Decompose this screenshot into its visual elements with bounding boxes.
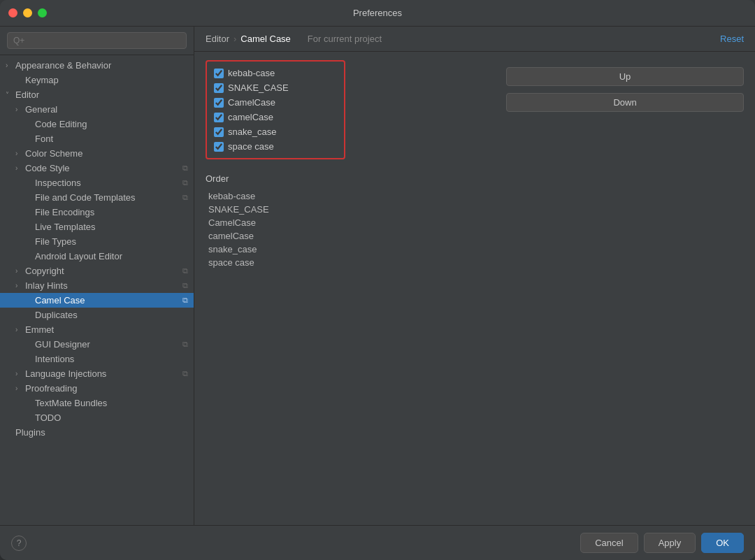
checkbox-kebab-case[interactable]	[214, 69, 224, 78]
main-content: › Appearance & Behavior Keymap ˅ Editor …	[0, 27, 755, 525]
sidebar-item-camel-case[interactable]: Camel Case ⧉	[0, 293, 194, 308]
checkbox-camel-case-upper[interactable]	[214, 98, 224, 108]
sidebar-item-label: TODO	[35, 412, 61, 423]
sidebar-item-proofreading[interactable]: › Proofreading	[0, 381, 194, 396]
chevron-icon: ›	[15, 150, 25, 157]
sidebar-item-label: Camel Case	[35, 295, 85, 306]
sidebar-item-editor[interactable]: ˅ Editor	[0, 87, 194, 102]
order-item: SNAKE_CASE	[206, 203, 345, 216]
sidebar-item-label: Android Layout Editor	[35, 251, 122, 261]
sidebar-item-label: GUI Designer	[35, 339, 90, 350]
checkbox-item-kebab-case: kebab-case	[211, 66, 340, 80]
order-item: space case	[206, 256, 345, 269]
sidebar-item-label: Language Injections	[25, 368, 106, 379]
sidebar-item-label: Code Editing	[35, 119, 87, 129]
for-project-label: For current project	[308, 34, 382, 44]
order-item: snake_case	[206, 243, 345, 256]
sidebar-item-intentions[interactable]: Intentions	[0, 352, 194, 366]
panel-body: kebab-case SNAKE_CASE CamelCase cam	[194, 52, 755, 525]
copy-icon: ⧉	[182, 281, 188, 290]
sidebar-item-font[interactable]: Font	[0, 131, 194, 146]
sidebar-item-keymap[interactable]: Keymap	[0, 73, 194, 87]
sidebar-item-label: Inspections	[35, 178, 81, 188]
chevron-icon: ˅	[6, 91, 15, 99]
sidebar-item-label: Duplicates	[35, 310, 78, 320]
up-button[interactable]: Up	[506, 67, 744, 86]
sidebar-item-gui-designer[interactable]: GUI Designer ⧉	[0, 337, 194, 352]
sidebar-item-language-injections[interactable]: › Language Injections ⧉	[0, 366, 194, 381]
sidebar-item-code-style[interactable]: › Code Style ⧉	[0, 161, 194, 175]
apply-button[interactable]: Apply	[644, 533, 696, 553]
checkbox-snake-case-lower[interactable]	[214, 127, 224, 137]
search-input[interactable]	[7, 32, 187, 49]
chevron-icon: ›	[15, 370, 25, 378]
cancel-button[interactable]: Cancel	[580, 533, 638, 553]
chevron-icon: ›	[15, 326, 25, 333]
checkbox-space-case[interactable]	[214, 142, 224, 152]
chevron-icon: ›	[15, 106, 25, 113]
sidebar-item-label: Appearance & Behavior	[15, 60, 111, 71]
sidebar-item-label: Inlay Hints	[25, 280, 68, 291]
titlebar: Preferences	[0, 0, 755, 27]
down-button[interactable]: Down	[506, 93, 744, 112]
help-button[interactable]: ?	[11, 536, 27, 551]
copy-icon: ⧉	[182, 193, 188, 202]
order-item: camelCase	[206, 229, 345, 243]
checkbox-label: SNAKE_CASE	[228, 82, 289, 93]
order-buttons: Up Down	[506, 60, 744, 112]
help-label: ?	[17, 538, 22, 548]
copy-icon: ⧉	[182, 164, 188, 173]
sidebar-item-label: Keymap	[25, 75, 59, 85]
sidebar-item-appearance[interactable]: › Appearance & Behavior	[0, 58, 194, 73]
sidebar-item-label: Copyright	[25, 266, 64, 276]
window-title: Preferences	[353, 8, 402, 18]
close-button[interactable]	[8, 8, 17, 17]
chevron-icon: ›	[15, 282, 25, 289]
preferences-window: Preferences › Appearance & Behavior Keym…	[0, 0, 755, 560]
order-section: Order kebab-case SNAKE_CASE CamelCase ca…	[206, 173, 345, 269]
sidebar-item-textmate-bundles[interactable]: TextMate Bundles	[0, 396, 194, 410]
checkbox-label: snake_case	[228, 127, 276, 137]
checkbox-item-space-case: space case	[211, 139, 340, 154]
sidebar-item-file-encodings[interactable]: File Encodings	[0, 205, 194, 220]
checkbox-snake-case-upper[interactable]	[214, 83, 224, 93]
checkbox-item-snake-case-lower: snake_case	[211, 124, 340, 139]
sidebar-item-inspections[interactable]: Inspections ⧉	[0, 175, 194, 190]
sidebar-item-label: Live Templates	[35, 222, 95, 232]
ok-button[interactable]: OK	[701, 533, 744, 553]
sidebar-item-inlay-hints[interactable]: › Inlay Hints ⧉	[0, 278, 194, 293]
sidebar-item-todo[interactable]: TODO	[0, 410, 194, 425]
sidebar-item-label: File Types	[35, 236, 76, 247]
checkbox-group: kebab-case SNAKE_CASE CamelCase cam	[206, 60, 345, 159]
breadcrumb-current: Camel Case	[240, 34, 291, 44]
sidebar-item-label: Color Scheme	[25, 148, 82, 159]
breadcrumb-separator: ›	[233, 34, 236, 44]
sidebar-item-live-templates[interactable]: Live Templates	[0, 220, 194, 234]
maximize-button[interactable]	[38, 8, 47, 17]
sidebar-item-file-types[interactable]: File Types	[0, 234, 194, 249]
sidebar-item-general[interactable]: › General	[0, 102, 194, 117]
sidebar-item-duplicates[interactable]: Duplicates	[0, 308, 194, 322]
chevron-icon: ›	[6, 62, 15, 69]
sidebar-item-label: Font	[35, 134, 53, 144]
sidebar-item-copyright[interactable]: › Copyright ⧉	[0, 264, 194, 278]
order-label: Order	[206, 173, 345, 184]
sidebar-item-label: Code Style	[25, 163, 70, 173]
minimize-button[interactable]	[23, 8, 32, 17]
sidebar-item-color-scheme[interactable]: › Color Scheme	[0, 146, 194, 161]
sidebar-item-emmet[interactable]: › Emmet	[0, 322, 194, 337]
sidebar-item-file-code-templates[interactable]: File and Code Templates ⧉	[0, 190, 194, 205]
checkbox-camel-case-lower[interactable]	[214, 113, 224, 122]
sidebar-item-label: TextMate Bundles	[35, 398, 107, 408]
breadcrumb: Editor › Camel Case	[206, 34, 291, 44]
sidebar-item-plugins[interactable]: Plugins	[0, 425, 194, 440]
sidebar-item-label: Proofreading	[25, 383, 77, 394]
sidebar-item-label: Editor	[15, 89, 39, 100]
sidebar-item-android-layout-editor[interactable]: Android Layout Editor	[0, 249, 194, 264]
sidebar-item-code-editing[interactable]: Code Editing	[0, 117, 194, 131]
sidebar-item-label: File and Code Templates	[35, 192, 136, 203]
copy-icon: ⧉	[182, 266, 188, 275]
order-item: CamelCase	[206, 216, 345, 229]
reset-button[interactable]: Reset	[720, 34, 744, 44]
checkbox-label: CamelCase	[228, 97, 275, 108]
